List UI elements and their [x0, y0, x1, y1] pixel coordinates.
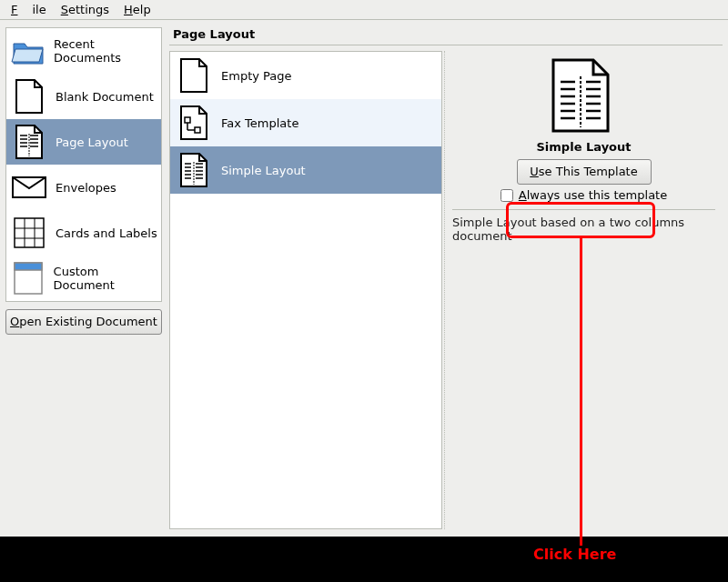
template-fax[interactable]: Fax Template [170, 99, 441, 146]
menu-help[interactable]: Help [116, 1, 158, 18]
custom-document-icon [10, 259, 46, 297]
template-list: Empty Page Fax Template Simple Layout [169, 51, 442, 529]
sidebar: Recent Documents Blank Document Page Lay… [0, 20, 167, 537]
category-label: Envelopes [56, 181, 116, 195]
envelope-icon [10, 168, 48, 206]
template-label: Fax Template [221, 116, 298, 130]
category-cards-labels[interactable]: Cards and Labels [6, 210, 161, 256]
template-detail: Simple Layout Use This Template Always u… [444, 51, 723, 529]
bottom-bar [0, 537, 728, 582]
content-title: Page Layout [169, 27, 723, 41]
menu-settings[interactable]: Settings [54, 1, 116, 18]
template-label: Empty Page [221, 69, 292, 83]
always-use-checkbox[interactable] [500, 189, 513, 202]
folder-open-icon [10, 32, 46, 70]
divider [452, 209, 715, 210]
simple-layout-icon [176, 152, 212, 188]
category-label: Page Layout [56, 135, 128, 149]
always-use-row: Always use this template [452, 188, 715, 202]
detail-title: Simple Layout [537, 140, 632, 154]
category-custom-document[interactable]: Custom Document [6, 256, 161, 301]
fax-template-icon [176, 105, 212, 141]
menu-file[interactable]: File [4, 1, 54, 18]
content-pane: Page Layout Empty Page Fax Template [167, 20, 728, 537]
template-label: Simple Layout [221, 164, 306, 177]
template-simple-layout[interactable]: Simple Layout [170, 146, 441, 194]
use-template-button[interactable]: Use This Template [517, 159, 652, 185]
svg-rect-10 [15, 218, 44, 247]
template-description: Simple Layout based on a two columns doc… [452, 216, 715, 243]
main-area: Recent Documents Blank Document Page Lay… [0, 20, 728, 537]
template-empty-page[interactable]: Empty Page [170, 52, 441, 99]
category-label: Cards and Labels [56, 226, 157, 240]
labels-grid-icon [10, 214, 48, 252]
category-recent-documents[interactable]: Recent Documents [6, 28, 161, 74]
category-page-layout[interactable]: Page Layout [6, 119, 161, 165]
always-use-label: Always use this template [519, 188, 667, 202]
category-label: Blank Document [56, 90, 154, 104]
preview-simple-layout-icon [548, 56, 621, 138]
open-existing-document-button[interactable]: Open Existing Document [5, 309, 162, 335]
category-envelopes[interactable]: Envelopes [6, 165, 161, 210]
category-blank-document[interactable]: Blank Document [6, 74, 161, 119]
category-label: Recent Documents [54, 37, 157, 65]
document-blank-icon [10, 77, 48, 115]
svg-rect-16 [15, 263, 42, 270]
category-label: Custom Document [54, 265, 157, 292]
empty-page-icon [176, 57, 212, 94]
category-list: Recent Documents Blank Document Page Lay… [5, 27, 162, 302]
page-layout-icon [10, 123, 48, 161]
menubar: File Settings Help [0, 0, 728, 20]
